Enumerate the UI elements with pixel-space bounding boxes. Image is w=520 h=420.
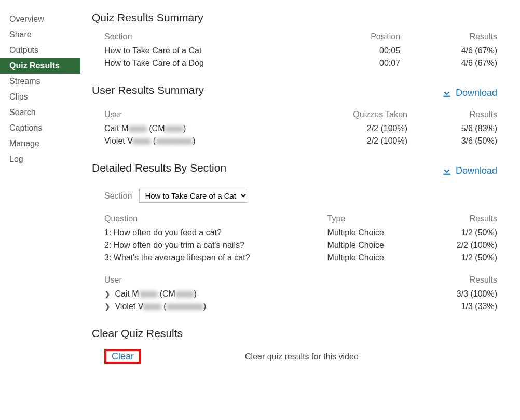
- col-type: Type: [315, 211, 418, 227]
- cell-user: ❯ Cait Maaaa (CMaaaa): [92, 288, 368, 300]
- col-taken: Quizzes Taken: [284, 107, 407, 122]
- detailed-questions-table: Question Type Results 1: How often do yo…: [92, 211, 497, 272]
- cell-user: ❯ Violet Vaaaa (aaaaaaaa): [92, 300, 368, 313]
- sidebar: Overview Share Outputs Quiz Results Stre…: [0, 0, 80, 394]
- svg-rect-1: [443, 174, 450, 175]
- clear-heading: Clear Quiz Results: [92, 327, 497, 340]
- cell-results: 3/6 (50%): [407, 135, 497, 147]
- cell-position: 00:05: [316, 45, 400, 57]
- clear-button[interactable]: Clear: [106, 348, 139, 365]
- sidebar-item-clips[interactable]: Clips: [0, 89, 80, 105]
- download-detailed-results-button[interactable]: Download: [442, 165, 497, 176]
- expand-row-icon[interactable]: ❯: [104, 290, 111, 298]
- cell-taken: 2/2 (100%): [284, 122, 407, 135]
- cell-results: 1/2 (50%): [418, 227, 497, 239]
- cell-type: Multiple Choice: [315, 227, 418, 239]
- sidebar-item-label: Captions: [9, 123, 42, 132]
- svg-rect-0: [443, 96, 450, 97]
- cell-section: How to Take Care of a Cat: [92, 45, 316, 57]
- user-summary-table: User Quizzes Taken Results Cait Maaaa (C…: [92, 107, 497, 147]
- cell-type: Multiple Choice: [315, 251, 418, 264]
- cell-user: Cait Maaaa (CMaaaa): [92, 122, 284, 135]
- table-row: How to Take Care of a Dog 00:07 4/6 (67%…: [92, 57, 497, 69]
- table-row: 2: How often do you trim a cat's nails? …: [92, 239, 497, 251]
- cell-results: 3/3 (100%): [368, 288, 497, 300]
- cell-question: 3: What's the average lifespan of a cat?: [92, 251, 315, 264]
- sidebar-item-label: Streams: [9, 77, 40, 86]
- sidebar-item-captions[interactable]: Captions: [0, 120, 80, 136]
- quiz-summary-heading: Quiz Results Summary: [92, 11, 497, 24]
- table-row: 3: What's the average lifespan of a cat?…: [92, 251, 497, 264]
- table-row: ❯ Cait Maaaa (CMaaaa) 3/3 (100%): [92, 288, 497, 300]
- cell-results: 1/2 (50%): [418, 251, 497, 264]
- cell-results: 4/6 (67%): [400, 57, 497, 69]
- cell-question: 1: How often do you feed a cat?: [92, 227, 315, 239]
- main-content: Quiz Results Summary Section Position Re…: [80, 0, 520, 394]
- user-summary-heading: User Results Summary: [92, 84, 204, 96]
- download-label: Download: [456, 165, 497, 176]
- clear-description: Clear quiz results for this video: [245, 352, 359, 361]
- download-user-results-button[interactable]: Download: [442, 88, 497, 99]
- cell-results: 5/6 (83%): [407, 122, 497, 135]
- detailed-users-table: User Results ❯ Cait Maaaa (CMaaaa) 3/3 (…: [92, 272, 497, 313]
- cell-results: 4/6 (67%): [400, 45, 497, 57]
- sidebar-item-manage[interactable]: Manage: [0, 136, 80, 151]
- section-select-label: Section: [104, 191, 132, 201]
- detailed-results-section: Detailed Results By Section Download Sec…: [92, 162, 497, 313]
- clear-button-highlight: Clear: [104, 349, 141, 364]
- sidebar-item-label: Log: [9, 155, 23, 163]
- cell-question: 2: How often do you trim a cat's nails?: [92, 239, 315, 251]
- col-results: Results: [400, 29, 497, 45]
- sidebar-item-search[interactable]: Search: [0, 105, 80, 120]
- table-row: Violet Vaaaa (aaaaaaaa) 2/2 (100%) 3/6 (…: [92, 135, 497, 147]
- download-label: Download: [456, 88, 497, 99]
- detailed-heading: Detailed Results By Section: [92, 162, 226, 174]
- quiz-results-summary-section: Quiz Results Summary Section Position Re…: [92, 11, 497, 69]
- col-user: User: [92, 107, 284, 122]
- table-row: Cait Maaaa (CMaaaa) 2/2 (100%) 5/6 (83%): [92, 122, 497, 135]
- sidebar-item-outputs[interactable]: Outputs: [0, 43, 80, 58]
- col-section: Section: [92, 29, 316, 45]
- sidebar-item-quiz-results[interactable]: Quiz Results: [0, 58, 80, 74]
- cell-results: 2/2 (100%): [418, 239, 497, 251]
- cell-taken: 2/2 (100%): [284, 135, 407, 147]
- sidebar-item-label: Quiz Results: [9, 61, 60, 70]
- sidebar-item-log[interactable]: Log: [0, 151, 80, 167]
- table-row: How to Take Care of a Cat 00:05 4/6 (67%…: [92, 45, 497, 57]
- quiz-summary-table: Section Position Results How to Take Car…: [92, 29, 497, 69]
- col-results: Results: [418, 211, 497, 227]
- sidebar-item-share[interactable]: Share: [0, 27, 80, 43]
- sidebar-item-label: Outputs: [9, 46, 38, 54]
- cell-position: 00:07: [316, 57, 400, 69]
- sidebar-item-label: Overview: [9, 15, 44, 23]
- table-row: 1: How often do you feed a cat? Multiple…: [92, 227, 497, 239]
- sidebar-item-label: Manage: [9, 139, 39, 148]
- cell-type: Multiple Choice: [315, 239, 418, 251]
- cell-section: How to Take Care of a Dog: [92, 57, 316, 69]
- col-position: Position: [316, 29, 400, 45]
- table-row: ❯ Violet Vaaaa (aaaaaaaa) 1/3 (33%): [92, 300, 497, 313]
- col-results: Results: [368, 272, 497, 288]
- sidebar-item-label: Search: [9, 108, 36, 117]
- cell-user: Violet Vaaaa (aaaaaaaa): [92, 135, 284, 147]
- clear-quiz-results-section: Clear Quiz Results Clear Clear quiz resu…: [92, 327, 497, 364]
- expand-row-icon[interactable]: ❯: [104, 302, 111, 311]
- col-user: User: [92, 272, 368, 288]
- user-results-summary-section: User Results Summary Download User Quizz…: [92, 84, 497, 147]
- cell-results: 1/3 (33%): [368, 300, 497, 313]
- sidebar-item-streams[interactable]: Streams: [0, 74, 80, 89]
- sidebar-item-label: Clips: [9, 92, 28, 101]
- sidebar-item-label: Share: [9, 30, 32, 39]
- download-icon: [442, 88, 451, 97]
- sidebar-item-overview[interactable]: Overview: [0, 11, 80, 27]
- download-icon: [442, 166, 451, 175]
- col-results: Results: [407, 107, 497, 122]
- col-question: Question: [92, 211, 315, 227]
- section-select[interactable]: How to Take Care of a Cat: [139, 189, 248, 203]
